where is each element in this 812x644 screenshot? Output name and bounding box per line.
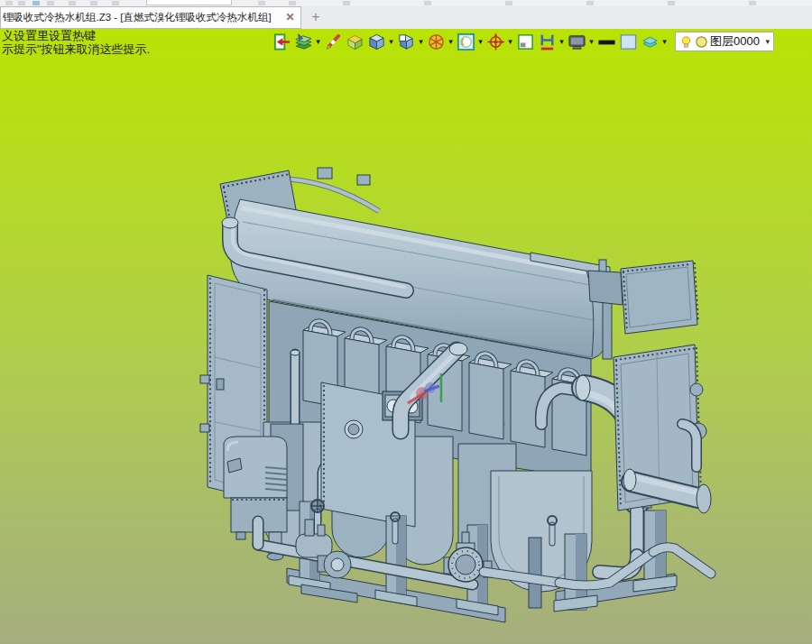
spoke-wheel-icon <box>427 32 446 51</box>
dropdown-arrow-icon[interactable]: ▾ <box>507 37 513 46</box>
shaded-cube-icon <box>367 32 386 51</box>
open-box-icon <box>346 32 364 51</box>
thick-line-icon <box>597 32 616 51</box>
dropdown-arrow-icon[interactable]: ▾ <box>588 37 595 46</box>
layer-select-combobox[interactable]: 图层0000 ▾ <box>675 32 774 51</box>
section-h-button[interactable]: ▾ <box>538 31 565 52</box>
color-swatch-icon <box>619 32 638 51</box>
dropdown-arrow-icon[interactable]: ▾ <box>558 37 565 46</box>
target-crosshair-icon <box>486 32 505 51</box>
view-wheel-button[interactable]: ▾ <box>427 31 454 52</box>
hint-line-1: 义设置里设置热键 <box>2 30 150 43</box>
cube-face-view-button[interactable]: ▾ <box>397 31 424 52</box>
pencil-icon <box>324 32 343 51</box>
layer-combo-value: 图层0000 <box>710 33 765 50</box>
ribbon-search-box[interactable] <box>146 0 232 5</box>
new-tab-button[interactable]: + <box>308 9 324 25</box>
dropdown-arrow-icon[interactable]: ▾ <box>388 37 394 46</box>
hint-line-2: 示提示"按钮来取消这些提示. <box>2 43 150 57</box>
render-layers-icon <box>294 32 313 51</box>
dropdown-arrow-icon[interactable]: ▾ <box>448 37 454 46</box>
corner-box-icon <box>516 32 535 51</box>
ribbon-icon-stub <box>69 1 76 5</box>
dropdown-arrow-icon[interactable]: ▾ <box>661 37 668 46</box>
ribbon-icon-stub <box>5 1 13 5</box>
viewport-hint-text: 义设置里设置热键 示提示"按钮来取消这些提示. <box>2 30 150 56</box>
exit-door-icon <box>272 32 291 51</box>
ribbon-icon-stub <box>586 1 594 5</box>
material-sheets-icon <box>641 32 660 51</box>
lightbulb-icon <box>679 35 693 49</box>
ribbon-icon-stub <box>90 1 97 5</box>
dropdown-arrow-icon[interactable]: ▾ <box>315 37 321 46</box>
cube-face-icon <box>397 32 416 51</box>
ribbon-icon-stub <box>749 1 756 5</box>
dropdown-arrow-icon[interactable]: ▾ <box>477 37 484 46</box>
ribbon-icon-stub <box>289 1 296 5</box>
target-point-button[interactable]: ▾ <box>486 31 513 52</box>
active-document-tab[interactable]: 锂吸收式冷热水机组.Z3 - [直燃式溴化锂吸收式冷热水机组] ✕ <box>0 6 301 29</box>
ribbon-icon-stub <box>32 1 40 5</box>
sketch-pencil-button[interactable] <box>324 31 343 52</box>
machine-3d-model <box>0 29 812 644</box>
ribbon-icon-stub <box>112 1 119 5</box>
corner-box-button[interactable] <box>516 31 535 52</box>
shaded-cube-button[interactable]: ▾ <box>367 31 394 52</box>
display-monitor-button[interactable]: ▾ <box>567 31 595 52</box>
material-layers-button[interactable]: ▾ <box>641 31 668 52</box>
exit-render-button[interactable] <box>272 31 291 52</box>
line-width-button[interactable] <box>597 31 616 52</box>
zoom-display-button[interactable]: ▾ <box>457 31 484 52</box>
zoom-box-icon <box>457 32 475 51</box>
combo-dropdown-arrow-icon[interactable]: ▾ <box>765 37 770 46</box>
layer-color-swatch <box>695 35 708 49</box>
tab-close-icon[interactable]: ✕ <box>283 7 297 28</box>
view-toolbar: ▾ ▾ <box>272 31 774 52</box>
document-tab-bar: 锂吸收式冷热水机组.Z3 - [直燃式溴化锂吸收式冷热水机组] ✕ + <box>0 6 812 29</box>
ribbon-icon-stub <box>343 1 350 5</box>
3d-viewport[interactable]: 义设置里设置热键 示提示"按钮来取消这些提示. ▾ <box>0 29 812 644</box>
background-color-button[interactable] <box>619 31 638 52</box>
render-mode-button[interactable]: ▾ <box>294 31 321 52</box>
ribbon-icon-stub <box>668 1 675 5</box>
dropdown-arrow-icon[interactable]: ▾ <box>418 37 424 46</box>
ribbon-icon-stub <box>424 1 431 5</box>
monitor-icon <box>567 32 586 51</box>
ribbon-icon-stub <box>18 1 25 5</box>
ribbon-icon-stub <box>47 1 54 5</box>
document-tab-title: 锂吸收式冷热水机组.Z3 - [直燃式溴化锂吸收式冷热水机组] <box>3 11 283 24</box>
ribbon-icon-stub <box>505 1 512 5</box>
extrude-box-button[interactable] <box>346 31 364 52</box>
section-h-icon <box>538 32 557 51</box>
ribbon-icon-stub <box>258 1 265 5</box>
